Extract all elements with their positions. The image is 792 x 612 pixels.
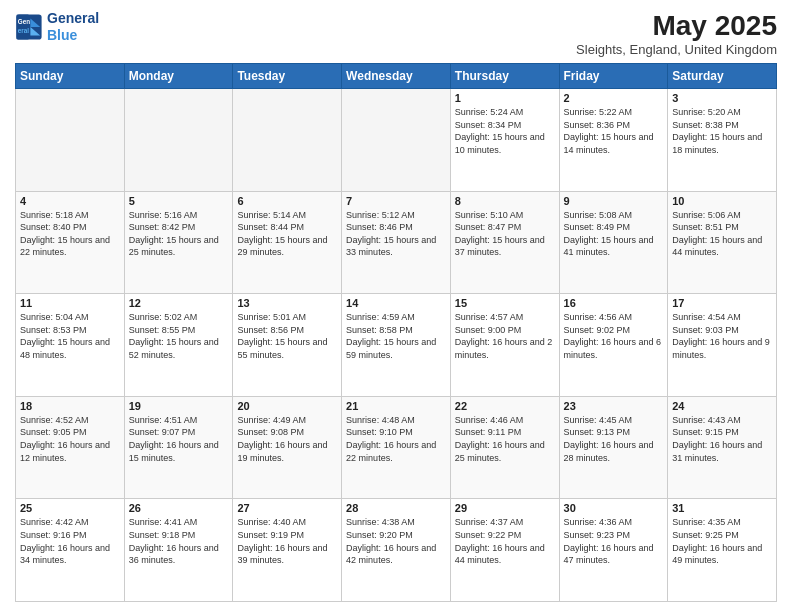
calendar-cell: 24Sunrise: 4:43 AMSunset: 9:15 PMDayligh…	[668, 396, 777, 499]
day-detail: Sunrise: 5:22 AMSunset: 8:36 PMDaylight:…	[564, 106, 664, 156]
calendar-cell: 19Sunrise: 4:51 AMSunset: 9:07 PMDayligh…	[124, 396, 233, 499]
title-block: May 2025 Sleights, England, United Kingd…	[576, 10, 777, 57]
day-number: 5	[129, 195, 229, 207]
calendar-cell: 14Sunrise: 4:59 AMSunset: 8:58 PMDayligh…	[342, 294, 451, 397]
day-detail: Sunrise: 4:43 AMSunset: 9:15 PMDaylight:…	[672, 414, 772, 464]
calendar-cell: 11Sunrise: 5:04 AMSunset: 8:53 PMDayligh…	[16, 294, 125, 397]
calendar-cell: 5Sunrise: 5:16 AMSunset: 8:42 PMDaylight…	[124, 191, 233, 294]
day-detail: Sunrise: 5:18 AMSunset: 8:40 PMDaylight:…	[20, 209, 120, 259]
svg-text:Gen: Gen	[18, 18, 30, 25]
day-number: 26	[129, 502, 229, 514]
calendar-cell: 15Sunrise: 4:57 AMSunset: 9:00 PMDayligh…	[450, 294, 559, 397]
calendar-cell: 1Sunrise: 5:24 AMSunset: 8:34 PMDaylight…	[450, 89, 559, 192]
calendar-cell: 27Sunrise: 4:40 AMSunset: 9:19 PMDayligh…	[233, 499, 342, 602]
calendar-cell: 12Sunrise: 5:02 AMSunset: 8:55 PMDayligh…	[124, 294, 233, 397]
day-detail: Sunrise: 4:57 AMSunset: 9:00 PMDaylight:…	[455, 311, 555, 361]
day-detail: Sunrise: 4:54 AMSunset: 9:03 PMDaylight:…	[672, 311, 772, 361]
calendar-cell: 6Sunrise: 5:14 AMSunset: 8:44 PMDaylight…	[233, 191, 342, 294]
location: Sleights, England, United Kingdom	[576, 42, 777, 57]
day-number: 9	[564, 195, 664, 207]
calendar-cell: 18Sunrise: 4:52 AMSunset: 9:05 PMDayligh…	[16, 396, 125, 499]
day-number: 12	[129, 297, 229, 309]
day-number: 4	[20, 195, 120, 207]
calendar-cell: 16Sunrise: 4:56 AMSunset: 9:02 PMDayligh…	[559, 294, 668, 397]
day-number: 3	[672, 92, 772, 104]
day-detail: Sunrise: 5:08 AMSunset: 8:49 PMDaylight:…	[564, 209, 664, 259]
calendar-cell: 26Sunrise: 4:41 AMSunset: 9:18 PMDayligh…	[124, 499, 233, 602]
day-number: 25	[20, 502, 120, 514]
logo: Gen eral General Blue	[15, 10, 99, 44]
day-detail: Sunrise: 4:41 AMSunset: 9:18 PMDaylight:…	[129, 516, 229, 566]
day-detail: Sunrise: 5:12 AMSunset: 8:46 PMDaylight:…	[346, 209, 446, 259]
day-number: 16	[564, 297, 664, 309]
day-number: 8	[455, 195, 555, 207]
calendar-cell: 13Sunrise: 5:01 AMSunset: 8:56 PMDayligh…	[233, 294, 342, 397]
day-detail: Sunrise: 5:10 AMSunset: 8:47 PMDaylight:…	[455, 209, 555, 259]
calendar-cell: 7Sunrise: 5:12 AMSunset: 8:46 PMDaylight…	[342, 191, 451, 294]
day-number: 27	[237, 502, 337, 514]
weekday-header-tuesday: Tuesday	[233, 64, 342, 89]
week-row-1: 1Sunrise: 5:24 AMSunset: 8:34 PMDaylight…	[16, 89, 777, 192]
calendar-cell: 2Sunrise: 5:22 AMSunset: 8:36 PMDaylight…	[559, 89, 668, 192]
day-detail: Sunrise: 5:20 AMSunset: 8:38 PMDaylight:…	[672, 106, 772, 156]
day-detail: Sunrise: 4:38 AMSunset: 9:20 PMDaylight:…	[346, 516, 446, 566]
day-detail: Sunrise: 5:14 AMSunset: 8:44 PMDaylight:…	[237, 209, 337, 259]
day-number: 17	[672, 297, 772, 309]
calendar-cell	[124, 89, 233, 192]
day-detail: Sunrise: 4:52 AMSunset: 9:05 PMDaylight:…	[20, 414, 120, 464]
calendar-cell: 9Sunrise: 5:08 AMSunset: 8:49 PMDaylight…	[559, 191, 668, 294]
day-number: 22	[455, 400, 555, 412]
day-detail: Sunrise: 4:59 AMSunset: 8:58 PMDaylight:…	[346, 311, 446, 361]
logo-text: General Blue	[47, 10, 99, 44]
day-detail: Sunrise: 4:45 AMSunset: 9:13 PMDaylight:…	[564, 414, 664, 464]
day-detail: Sunrise: 4:46 AMSunset: 9:11 PMDaylight:…	[455, 414, 555, 464]
calendar: SundayMondayTuesdayWednesdayThursdayFrid…	[15, 63, 777, 602]
calendar-cell	[233, 89, 342, 192]
day-detail: Sunrise: 4:40 AMSunset: 9:19 PMDaylight:…	[237, 516, 337, 566]
week-row-3: 11Sunrise: 5:04 AMSunset: 8:53 PMDayligh…	[16, 294, 777, 397]
calendar-cell: 25Sunrise: 4:42 AMSunset: 9:16 PMDayligh…	[16, 499, 125, 602]
day-detail: Sunrise: 4:51 AMSunset: 9:07 PMDaylight:…	[129, 414, 229, 464]
day-detail: Sunrise: 4:42 AMSunset: 9:16 PMDaylight:…	[20, 516, 120, 566]
svg-text:eral: eral	[18, 26, 29, 33]
calendar-cell: 22Sunrise: 4:46 AMSunset: 9:11 PMDayligh…	[450, 396, 559, 499]
logo-icon: Gen eral	[15, 13, 43, 41]
day-number: 14	[346, 297, 446, 309]
day-number: 30	[564, 502, 664, 514]
day-detail: Sunrise: 5:24 AMSunset: 8:34 PMDaylight:…	[455, 106, 555, 156]
day-number: 15	[455, 297, 555, 309]
calendar-cell: 4Sunrise: 5:18 AMSunset: 8:40 PMDaylight…	[16, 191, 125, 294]
day-number: 7	[346, 195, 446, 207]
day-number: 11	[20, 297, 120, 309]
day-detail: Sunrise: 4:35 AMSunset: 9:25 PMDaylight:…	[672, 516, 772, 566]
day-detail: Sunrise: 5:16 AMSunset: 8:42 PMDaylight:…	[129, 209, 229, 259]
day-detail: Sunrise: 5:01 AMSunset: 8:56 PMDaylight:…	[237, 311, 337, 361]
day-number: 13	[237, 297, 337, 309]
week-row-5: 25Sunrise: 4:42 AMSunset: 9:16 PMDayligh…	[16, 499, 777, 602]
calendar-cell	[342, 89, 451, 192]
day-detail: Sunrise: 5:02 AMSunset: 8:55 PMDaylight:…	[129, 311, 229, 361]
calendar-cell: 21Sunrise: 4:48 AMSunset: 9:10 PMDayligh…	[342, 396, 451, 499]
weekday-header-thursday: Thursday	[450, 64, 559, 89]
weekday-header-monday: Monday	[124, 64, 233, 89]
calendar-cell: 31Sunrise: 4:35 AMSunset: 9:25 PMDayligh…	[668, 499, 777, 602]
day-number: 20	[237, 400, 337, 412]
day-detail: Sunrise: 4:48 AMSunset: 9:10 PMDaylight:…	[346, 414, 446, 464]
weekday-header-saturday: Saturday	[668, 64, 777, 89]
day-detail: Sunrise: 4:37 AMSunset: 9:22 PMDaylight:…	[455, 516, 555, 566]
day-number: 18	[20, 400, 120, 412]
header: Gen eral General Blue May 2025 Sleights,…	[15, 10, 777, 57]
day-number: 21	[346, 400, 446, 412]
calendar-cell: 8Sunrise: 5:10 AMSunset: 8:47 PMDaylight…	[450, 191, 559, 294]
day-detail: Sunrise: 5:04 AMSunset: 8:53 PMDaylight:…	[20, 311, 120, 361]
day-number: 10	[672, 195, 772, 207]
calendar-cell: 28Sunrise: 4:38 AMSunset: 9:20 PMDayligh…	[342, 499, 451, 602]
day-number: 23	[564, 400, 664, 412]
calendar-cell: 17Sunrise: 4:54 AMSunset: 9:03 PMDayligh…	[668, 294, 777, 397]
page: Gen eral General Blue May 2025 Sleights,…	[0, 0, 792, 612]
day-number: 29	[455, 502, 555, 514]
month-year: May 2025	[576, 10, 777, 42]
day-number: 24	[672, 400, 772, 412]
day-detail: Sunrise: 4:36 AMSunset: 9:23 PMDaylight:…	[564, 516, 664, 566]
day-number: 6	[237, 195, 337, 207]
